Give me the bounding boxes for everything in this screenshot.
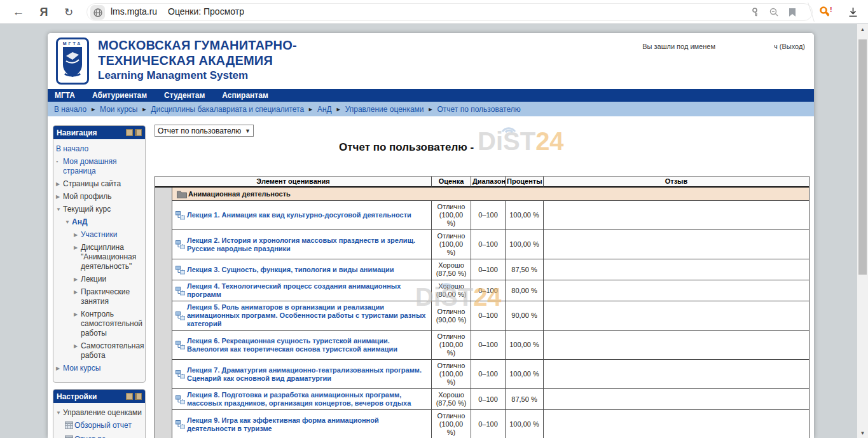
grade-item-cell: Лекция 8. Подготовка и разработка анимац… — [172, 389, 432, 410]
collapsed-marker-icon[interactable]: ▶ — [74, 310, 81, 338]
grade-item-link[interactable]: Лекция 8. Подготовка и разработка анимац… — [187, 391, 428, 407]
collapsed-marker-icon[interactable]: ▶ — [74, 287, 81, 306]
mgta-logo: МГТА — [56, 38, 89, 85]
grade-item-link[interactable]: Лекция 7. Драматургия анимационно-театра… — [187, 366, 428, 383]
sidebar-item-label[interactable]: Моя домашняя страница — [63, 157, 142, 176]
sidebar: Навигация В начало▪Моя домашняя страница… — [53, 125, 146, 438]
logo-shield-icon — [61, 46, 84, 79]
collapsed-marker-icon[interactable]: ▶ — [74, 230, 81, 240]
grade-value: Отлично — [437, 232, 465, 240]
report-select[interactable]: Отчет по пользователю ▼ — [155, 125, 254, 137]
grade-rows: Лекция 1. Анимация как вид культурно-дос… — [155, 201, 809, 438]
nav-item[interactable]: Абитуриентам — [92, 91, 147, 100]
sidebar-item-label[interactable]: Мои курсы — [63, 364, 142, 373]
expanded-marker-icon[interactable]: ▼ — [56, 205, 63, 214]
row-gutter — [155, 360, 172, 389]
grade-item-link[interactable]: Лекция 6. Рекреационная сущность туристс… — [187, 337, 428, 353]
grade-item-link[interactable]: Лекция 5. Роль аниматоров в организации … — [187, 303, 428, 328]
column-header: Проценты — [506, 176, 544, 188]
breadcrumb-item[interactable]: Отчет по пользователю — [437, 105, 521, 114]
grade-table-row: Лекция 2. История и хронология массовых … — [155, 230, 809, 259]
expanded-marker-icon[interactable]: ▼ — [65, 217, 72, 227]
dist24-watermark: DiST24 — [478, 127, 564, 156]
dock-block-icon[interactable] — [135, 393, 142, 400]
sidebar-tree-item: ▶Лекции — [56, 275, 142, 284]
scrollbar-thumb[interactable] — [858, 39, 867, 275]
logo-word: МГТА — [58, 41, 87, 46]
table-icon — [65, 421, 74, 432]
sidebar-item-label[interactable]: Отчет по пользователю — [74, 435, 142, 438]
nav-item[interactable]: МГТА — [55, 91, 75, 100]
sidebar-item-label[interactable]: Обзорный отчет — [74, 421, 142, 432]
collapse-block-icon[interactable] — [126, 393, 133, 400]
grade-value: Отлично — [437, 332, 465, 341]
logout-link[interactable]: ч (Выход) — [774, 43, 805, 50]
collapsed-marker-icon[interactable]: ▶ — [74, 275, 81, 284]
password-alert-icon[interactable]: ! — [816, 0, 836, 24]
passwords-icon[interactable] — [748, 0, 764, 24]
grade-item-link[interactable]: Лекция 1. Анимация как вид культурно-дос… — [187, 211, 411, 219]
login-prefix: Вы зашли под именем — [642, 43, 715, 50]
collapse-block-icon[interactable] — [126, 129, 133, 136]
reload-button[interactable]: ↻ — [60, 0, 78, 24]
collapsed-marker-icon[interactable]: ▶ — [56, 179, 63, 189]
grade-value: Отлично — [437, 203, 465, 211]
nav-item[interactable]: Аспирантам — [222, 91, 268, 100]
expanded-marker-icon[interactable]: ▼ — [56, 408, 63, 418]
grade-item-link[interactable]: Лекция 9. Игра как эффективная форма ани… — [187, 416, 428, 433]
sidebar-item-label[interactable]: АнД — [72, 217, 142, 227]
grade-item-cell: Лекция 5. Роль аниматоров в организации … — [172, 301, 432, 331]
feedback-cell — [544, 230, 809, 259]
collapsed-marker-icon[interactable]: ▶ — [56, 364, 63, 373]
grade-item-link[interactable]: Лекция 4. Технологический процесс создан… — [187, 282, 428, 299]
lesson-icon — [176, 369, 187, 379]
downloads-icon[interactable] — [843, 0, 862, 24]
breadcrumb-item[interactable]: Управление оценками — [345, 105, 424, 114]
breadcrumb-item[interactable]: В начало — [54, 105, 86, 114]
sidebar-item-label[interactable]: В начало — [56, 144, 142, 154]
grade-table-row: Лекция 7. Драматургия анимационно-театра… — [155, 360, 809, 389]
sidebar-tree-item: ▪Моя домашняя страница — [56, 157, 142, 176]
grade-table-row: Лекция 1. Анимация как вид культурно-дос… — [155, 201, 809, 230]
row-gutter — [155, 201, 172, 230]
site-header: МГТА МОСКОВСКАЯ ГУМАНИТАРНО- ТЕХНИЧЕСКАЯ… — [48, 33, 814, 89]
search-page-icon[interactable] — [766, 0, 782, 24]
percent-cell: 100,00 % — [506, 331, 544, 360]
grade-cell: Хорошо(87,50 %) — [432, 389, 471, 410]
grade-item-cell: Лекция 9. Игра как эффективная форма ани… — [172, 410, 432, 438]
nav-item[interactable]: Студентам — [164, 91, 205, 100]
grade-table-row: Лекция 9. Игра как эффективная форма ани… — [155, 410, 809, 438]
breadcrumb-item[interactable]: Мои курсы — [100, 105, 137, 114]
breadcrumb-separator-icon: ► — [428, 106, 434, 113]
site-info-icon[interactable] — [90, 5, 105, 20]
grade-table-row: Лекция 6. Рекреационная сущность туристс… — [155, 331, 809, 360]
lesson-icon — [176, 210, 187, 220]
column-header: Элемент оценивания — [155, 176, 432, 188]
collapsed-marker-icon[interactable]: ▶ — [74, 341, 81, 360]
sidebar-item-label: Текущий курс — [63, 205, 142, 214]
grade-percent-value: (90,00 %) — [436, 316, 467, 324]
scrollbar-up-arrow[interactable]: ▲ — [857, 27, 868, 32]
vertical-scrollbar[interactable]: ▲ ▼ — [857, 24, 868, 438]
bookmark-icon[interactable] — [785, 0, 800, 24]
sidebar-item-label[interactable]: Участники — [81, 230, 142, 240]
breadcrumb-item[interactable]: Дисциплины бакалавриата и специалитета — [151, 105, 304, 114]
category-cell: Анимационная деятельность — [172, 188, 809, 201]
url-text[interactable]: lms.mgta.ru — [111, 6, 157, 17]
grade-cell: Отлично(100,00 %) — [432, 331, 471, 360]
collapsed-marker-icon[interactable]: ▶ — [56, 192, 63, 202]
range-cell: 0–100 — [471, 230, 506, 259]
dock-block-icon[interactable] — [135, 129, 142, 136]
watermark-arcs-icon — [497, 119, 520, 133]
back-button[interactable]: ← — [9, 0, 28, 24]
grade-item-link[interactable]: Лекция 2. История и хронология массовых … — [187, 236, 428, 253]
row-gutter — [155, 259, 172, 280]
yandex-logo[interactable]: Я — [36, 0, 52, 24]
sidebar-tree-item: В начало — [56, 144, 142, 154]
feedback-cell — [544, 280, 809, 301]
page-title-text: Оценки: Просмотр — [168, 6, 244, 17]
scrollbar-down-arrow[interactable]: ▼ — [857, 430, 868, 436]
collapsed-marker-icon[interactable]: ▶ — [74, 243, 81, 271]
breadcrumb-item[interactable]: АнД — [317, 105, 332, 114]
grade-item-link[interactable]: Лекция 3. Сущность, функция, типология и… — [187, 266, 394, 274]
